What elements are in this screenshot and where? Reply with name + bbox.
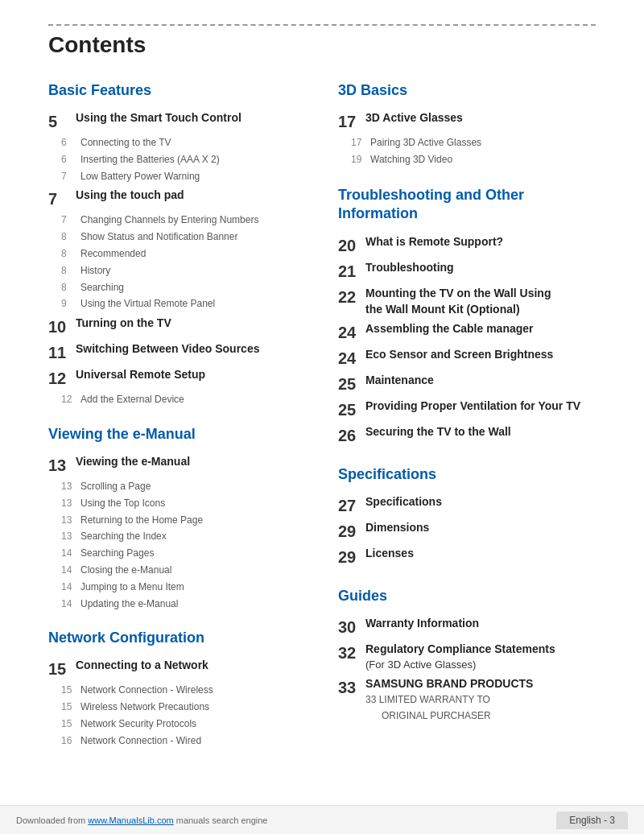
page-number: 8 (61, 281, 80, 295)
list-item: 15 Wireless Network Precautions (48, 700, 306, 714)
entry-text: Searching the Index (80, 530, 306, 543)
page-number: 7 (61, 213, 80, 227)
entry-text: Maintenance (365, 373, 596, 389)
page-number: 27 (338, 494, 365, 517)
list-item: 8 Show Status and Notification Banner (48, 230, 306, 244)
entry-text: Licenses (365, 546, 596, 562)
page-number: 14 (61, 597, 80, 611)
page-number: 13 (61, 514, 80, 527)
page-number: 13 (48, 454, 76, 477)
entry-text: Dimensions (365, 520, 596, 536)
entry-text: Connecting to a Network (76, 658, 306, 674)
entry-text: Using the Top Icons (80, 497, 306, 510)
list-item: 6 Connecting to the TV (48, 136, 306, 150)
entry-text: Pairing 3D Active Glasses (370, 136, 596, 150)
entry-text: Using the Smart Touch Control (76, 110, 306, 126)
entry-text: Scrolling a Page (80, 480, 306, 493)
entry-text: Eco Sensor and Screen Brightness (365, 347, 596, 363)
page-number: 8 (61, 247, 80, 261)
page-number: 6 (61, 153, 80, 167)
list-item: 13 Viewing the e-Manual (48, 454, 306, 477)
list-item: 14 Closing the e-Manual (48, 564, 306, 577)
footer-link[interactable]: www.ManualsLib.com (88, 815, 173, 825)
list-item: 29 Licenses (338, 546, 596, 568)
entry-text: Changing Channels by Entering Numbers (80, 213, 306, 227)
list-item: 14 Updating the e-Manual (48, 597, 306, 611)
list-item: 17 3D Active Glasses (338, 110, 596, 133)
page-number: 21 (338, 260, 365, 283)
page-number: 11 (48, 341, 76, 364)
entry-text: Add the External Device (80, 393, 306, 407)
page-number: 32 (338, 642, 365, 664)
page-number: 25 (338, 398, 365, 421)
entry-text: Securing the TV to the Wall (365, 424, 596, 440)
entry-text: What is Remote Support? (365, 234, 596, 250)
page-number: 29 (338, 520, 365, 543)
entry-text: Viewing the e-Manual (76, 454, 306, 470)
page-number: 25 (338, 373, 365, 395)
section-viewing-emanual: Viewing the e-Manual 13 Viewing the e-Ma… (48, 426, 306, 610)
list-item: 5 Using the Smart Touch Control (48, 110, 306, 133)
entry-text: Network Connection - Wired (80, 734, 306, 748)
entry-text: Low Battery Power Warning (80, 170, 306, 184)
page-number: 13 (61, 530, 80, 543)
page-number: 15 (61, 683, 80, 697)
entry-text: Network Connection - Wireless (80, 683, 306, 697)
list-item: 27 Specifications (338, 494, 596, 517)
list-item: 16 Network Connection - Wired (48, 734, 306, 748)
list-item: 8 Searching (48, 281, 306, 295)
list-item: 32 Regulatory Compliance Statements(For … (338, 642, 596, 673)
list-item: 14 Jumping to a Menu Item (48, 580, 306, 594)
entry-text: Warranty Information (365, 616, 596, 632)
list-item: 25 Providing Proper Ventilation for Your… (338, 398, 596, 421)
list-item: 15 Connecting to a Network (48, 658, 306, 680)
list-item: 15 Network Security Protocols (48, 717, 306, 731)
page-number: 24 (338, 321, 365, 344)
entry-text: Universal Remote Setup (76, 367, 306, 383)
list-item: 30 Warranty Information (338, 616, 596, 638)
page-number: 20 (338, 234, 365, 257)
entry-text: Using the Virtual Remote Panel (80, 297, 306, 311)
section-specifications: Specifications 27 Specifications 29 Dime… (338, 466, 596, 568)
entry-text: Using the touch pad (76, 188, 306, 204)
page-number: 12 (61, 393, 80, 407)
section-heading-guides: Guides (338, 588, 596, 605)
list-item: 12 Add the External Device (48, 393, 306, 407)
entry-text: Specifications (365, 494, 596, 510)
list-item: 24 Eco Sensor and Screen Brightness (338, 347, 596, 370)
list-item: 9 Using the Virtual Remote Panel (48, 297, 306, 311)
page-number: 24 (338, 347, 365, 370)
list-item: 21 Troubleshooting (338, 260, 596, 283)
page-number: 19 (351, 153, 370, 167)
page-number: 8 (61, 264, 80, 278)
entry-text: Network Security Protocols (80, 717, 306, 731)
entry-text: Mounting the TV on the Wall Usingthe Wal… (365, 286, 596, 317)
section-heading-specs: Specifications (338, 466, 596, 483)
page-number: 14 (61, 580, 80, 594)
entry-text: Returning to the Home Page (80, 514, 306, 527)
page-number: 16 (61, 734, 80, 748)
page-number: 8 (61, 230, 80, 244)
entry-text: Providing Proper Ventilation for Your TV (365, 398, 596, 415)
list-item: 14 Searching Pages (48, 547, 306, 560)
right-column: 3D Basics 17 3D Active Glasses 17 Pairin… (338, 82, 596, 751)
page-number: 14 (61, 564, 80, 577)
entry-text: Show Status and Notification Banner (80, 230, 306, 244)
list-item: 13 Returning to the Home Page (48, 514, 306, 527)
footer-bar: Downloaded from www.ManualsLib.com manua… (0, 805, 644, 834)
entry-text: Inserting the Batteries (AAA X 2) (80, 153, 306, 167)
page-number: 7 (61, 170, 80, 184)
section-troubleshooting: Troubleshooting and OtherInformation 20 … (338, 186, 596, 447)
page-number: 9 (61, 297, 80, 311)
entry-text: Troubleshooting (365, 260, 596, 276)
page-number: 7 (48, 188, 76, 210)
page-number: 15 (48, 658, 76, 680)
entry-text: Watching 3D Video (370, 153, 596, 167)
entry-text: Regulatory Compliance Statements(For 3D … (365, 642, 596, 673)
entry-text: SAMSUNG BRAND PRODUCTS33 LIMITED WARRANT… (365, 676, 596, 724)
page-number: 12 (48, 367, 76, 390)
entry-text: Jumping to a Menu Item (80, 580, 306, 594)
section-network-config: Network Configuration 15 Connecting to a… (48, 630, 306, 747)
list-item: 7 Low Battery Power Warning (48, 170, 306, 184)
list-item: 33 SAMSUNG BRAND PRODUCTS33 LIMITED WARR… (338, 676, 596, 724)
